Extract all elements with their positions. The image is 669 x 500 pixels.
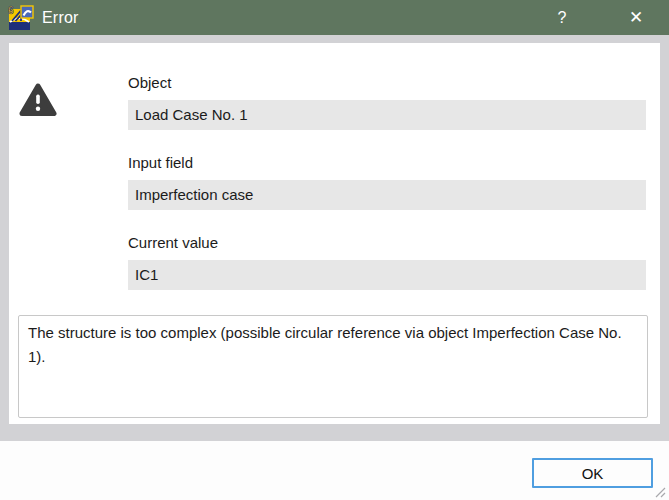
resize-grip-icon[interactable] xyxy=(653,484,666,497)
ok-button[interactable]: OK xyxy=(532,458,653,488)
help-button[interactable]: ? xyxy=(541,0,583,35)
error-dialog-window: 6 Error ? ✕ Object Load Case No. 1 Input… xyxy=(0,0,669,500)
error-message-box: The structure is too complex (possible c… xyxy=(18,315,648,418)
dialog-content-panel: Object Load Case No. 1 Input field Imper… xyxy=(9,43,660,424)
input-field-value-field: Imperfection case xyxy=(128,180,646,210)
titlebar: 6 Error ? ✕ xyxy=(0,0,669,35)
close-button[interactable]: ✕ xyxy=(613,0,659,35)
input-field-label: Input field xyxy=(128,153,646,173)
field-group-current-value: Current value IC1 xyxy=(128,233,646,290)
object-value-field: Load Case No. 1 xyxy=(128,100,646,130)
window-frame: Object Load Case No. 1 Input field Imper… xyxy=(0,35,669,441)
object-label: Object xyxy=(128,73,646,93)
warning-triangle-icon xyxy=(18,80,58,120)
field-group-input-field: Input field Imperfection case xyxy=(128,153,646,210)
current-value-field: IC1 xyxy=(128,260,646,290)
current-value-label: Current value xyxy=(128,233,646,253)
field-group-object: Object Load Case No. 1 xyxy=(128,73,646,130)
footer-bar: OK xyxy=(0,441,669,500)
svg-text:6: 6 xyxy=(8,5,14,16)
rstab-app-icon: 6 xyxy=(8,5,34,31)
window-title: Error xyxy=(42,9,79,27)
